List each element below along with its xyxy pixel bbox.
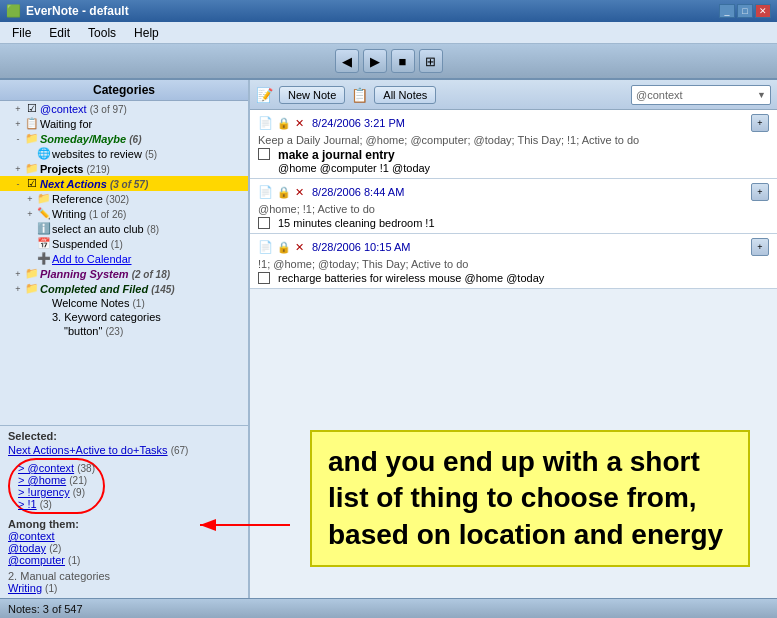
tree-item-websites[interactable]: 🌐 websites to review (5) xyxy=(0,146,248,161)
among-today-link[interactable]: @today xyxy=(8,542,46,554)
menu-tools[interactable]: Tools xyxy=(80,24,124,42)
selected-main-link[interactable]: Next Actions+Active to do+Tasks xyxy=(8,444,168,456)
expand-icon[interactable]: + xyxy=(12,269,24,279)
tree-item-waiting[interactable]: + 📋 Waiting for xyxy=(0,116,248,131)
note-title-bold-1: make a journal entry xyxy=(278,148,430,162)
among-today: @today (2) xyxy=(8,542,240,554)
note-item-3: 📄 🔒 ✕ 8/28/2006 10:15 AM + !1; @home; @t… xyxy=(250,234,777,289)
note-title-rest-2: 15 minutes cleaning bedroom !1 xyxy=(278,217,435,229)
expand-button-3[interactable]: + xyxy=(751,238,769,256)
note-content-1: make a journal entry @home @computer !1 … xyxy=(258,148,769,174)
delete-icon-2[interactable]: ✕ xyxy=(295,186,304,199)
selected-main-count: (67) xyxy=(171,445,189,456)
info-icon: ℹ️ xyxy=(36,222,52,235)
title-bar-left: 🟩 EverNote - default xyxy=(6,4,129,18)
stop-button[interactable]: ■ xyxy=(391,49,415,73)
delete-icon-3[interactable]: ✕ xyxy=(295,241,304,254)
dropdown-arrow: ▼ xyxy=(757,90,766,100)
tree-label: Writing (1 of 26) xyxy=(52,208,126,220)
note-content-2: 15 minutes cleaning bedroom !1 xyxy=(258,217,769,229)
tree-item-auto-club[interactable]: ℹ️ select an auto club (8) xyxy=(0,221,248,236)
expand-button-2[interactable]: + xyxy=(751,183,769,201)
manual-categories-label: 2. Manual categories xyxy=(8,570,240,582)
among-context-link[interactable]: @context xyxy=(8,530,55,542)
close-button[interactable]: ✕ xyxy=(755,4,771,18)
writing-link[interactable]: Writing xyxy=(8,582,42,594)
expand-icon[interactable]: + xyxy=(12,164,24,174)
manual-writing: Writing (1) xyxy=(8,582,240,594)
note-tags-2: @home; !1; Active to do xyxy=(258,203,769,215)
all-notes-icon: 📋 xyxy=(351,87,368,103)
expand-icon[interactable]: - xyxy=(12,179,24,189)
tree-item-keyword-cats[interactable]: 3. Keyword categories xyxy=(0,310,248,324)
note-item-1: 📄 🔒 ✕ 8/24/2006 3:21 PM + Keep a Daily J… xyxy=(250,110,777,179)
tree-item-welcome[interactable]: Welcome Notes (1) xyxy=(0,296,248,310)
tree-label: @context (3 of 97) xyxy=(40,103,127,115)
context-filter-text: @context xyxy=(636,89,683,101)
lock-icon-1: 🔒 xyxy=(277,117,291,130)
maximize-button[interactable]: □ xyxy=(737,4,753,18)
expand-icon[interactable]: + xyxy=(12,104,24,114)
back-button[interactable]: ◀ xyxy=(335,49,359,73)
new-note-button[interactable]: New Note xyxy=(279,86,345,104)
menu-edit[interactable]: Edit xyxy=(41,24,78,42)
tree-label: Welcome Notes (1) xyxy=(52,297,145,309)
expand-icon[interactable]: - xyxy=(12,134,24,144)
sidebar-header: Categories xyxy=(0,80,248,101)
tree-item-context[interactable]: + ☑ @context (3 of 97) xyxy=(0,101,248,116)
note-title-rest-1: @home @computer !1 @today xyxy=(278,162,430,174)
btn-icon xyxy=(48,325,64,337)
tree-label: Planning System (2 of 18) xyxy=(40,268,170,280)
note-checkbox-2[interactable] xyxy=(258,217,270,229)
tree-label: Reference (302) xyxy=(52,193,129,205)
grid-button[interactable]: ⊞ xyxy=(419,49,443,73)
expand-icon[interactable]: + xyxy=(12,284,24,294)
note-date-3: 8/28/2006 10:15 AM xyxy=(312,241,410,253)
context-filter-box[interactable]: @context ▼ xyxy=(631,85,771,105)
tree-label: Waiting for xyxy=(40,118,92,130)
tree-item-next-actions[interactable]: - ☑ Next Actions (3 of 57) xyxy=(0,176,248,191)
app-icon: 🟩 xyxy=(6,4,21,18)
selected-main: Next Actions+Active to do+Tasks (67) xyxy=(8,444,240,456)
among-computer-link[interactable]: @computer xyxy=(8,554,65,566)
expand-icon[interactable]: + xyxy=(24,209,36,219)
tree-item-writing[interactable]: + ✏️ Writing (1 of 26) xyxy=(0,206,248,221)
arrow-indicator xyxy=(195,510,295,540)
urgency-item: > !urgency (9) xyxy=(18,486,95,498)
delete-icon-1[interactable]: ✕ xyxy=(295,117,304,130)
tree-item-button[interactable]: "button" (23) xyxy=(0,324,248,338)
note-content-3: recharge batteries for wireless mouse @h… xyxy=(258,272,769,284)
minimize-button[interactable]: _ xyxy=(719,4,735,18)
expand-button-1[interactable]: + xyxy=(751,114,769,132)
tree-label: Completed and Filed (145) xyxy=(40,283,175,295)
urgency-link[interactable]: > !urgency xyxy=(18,486,70,498)
note-checkbox-1[interactable] xyxy=(258,148,270,160)
tree-item-add-calendar[interactable]: ➕ Add to Calendar xyxy=(0,251,248,266)
note-header-3: 📄 🔒 ✕ 8/28/2006 10:15 AM + xyxy=(258,238,769,256)
waiting-icon: 📋 xyxy=(24,117,40,130)
forward-button[interactable]: ▶ xyxy=(363,49,387,73)
tree-item-suspended[interactable]: 📅 Suspended (1) xyxy=(0,236,248,251)
tree-item-planning[interactable]: + 📁 Planning System (2 of 18) xyxy=(0,266,248,281)
circle-group: > @context (38) > @home (21) > !urgency … xyxy=(8,458,105,514)
menu-file[interactable]: File xyxy=(4,24,39,42)
context-link[interactable]: > @context xyxy=(18,462,74,474)
among-computer: @computer (1) xyxy=(8,554,240,566)
menu-help[interactable]: Help xyxy=(126,24,167,42)
tree-item-projects[interactable]: + 📁 Projects (219) xyxy=(0,161,248,176)
note-toolbar: 📝 New Note 📋 All Notes @context ▼ xyxy=(250,80,777,110)
tree-label: 3. Keyword categories xyxy=(52,311,161,323)
priority-link[interactable]: > !1 xyxy=(18,498,37,510)
home-link[interactable]: > @home xyxy=(18,474,66,486)
expand-icon[interactable]: + xyxy=(12,119,24,129)
expand-icon[interactable]: + xyxy=(24,194,36,204)
tree-label[interactable]: Add to Calendar xyxy=(52,253,132,265)
note-checkbox-3[interactable] xyxy=(258,272,270,284)
tree-item-someday[interactable]: - 📁 Someday/Maybe (6) xyxy=(0,131,248,146)
expand-icon xyxy=(24,224,36,234)
tree-item-completed[interactable]: + 📁 Completed and Filed (145) xyxy=(0,281,248,296)
all-notes-button[interactable]: All Notes xyxy=(374,86,436,104)
priority-item: > !1 (3) xyxy=(18,498,95,510)
writing-icon: ✏️ xyxy=(36,207,52,220)
tree-item-reference[interactable]: + 📁 Reference (302) xyxy=(0,191,248,206)
